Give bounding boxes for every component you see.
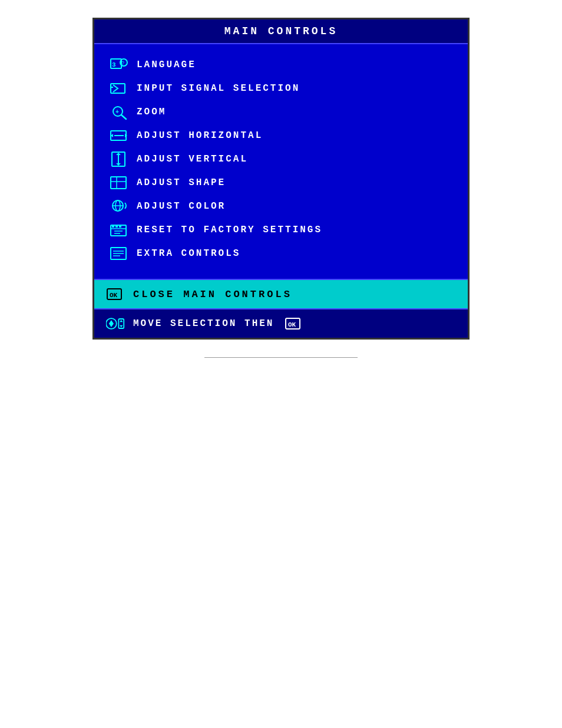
svg-rect-25 [119,226,121,228]
menu-item-adjust-color[interactable]: ADJUST COLOR [106,196,456,216]
language-icon: 3 ? [110,57,128,73]
input-signal-label: INPUT SIGNAL SELECTION [137,83,300,94]
zoom-label: ZOOM [137,107,166,117]
svg-text:3: 3 [112,61,116,68]
menu-item-reset-factory[interactable]: RESET TO FACTORY SETTINGS [106,220,456,240]
adjust-vertical-icon [110,151,128,167]
menu-item-zoom[interactable]: + ZOOM [106,102,456,122]
svg-text:?: ? [121,61,124,67]
extra-controls-icon [110,245,128,262]
panel-title: MAIN CONTROLS [224,25,338,37]
menu-item-adjust-shape[interactable]: ADJUST SHAPE [106,173,456,193]
move-selection-icon [106,315,125,332]
bottom-divider [204,357,358,358]
svg-rect-23 [112,226,114,228]
svg-text:OK: OK [110,292,118,299]
title-bar: MAIN CONTROLS [94,19,468,44]
ok-instruction-icon: OK [285,315,303,332]
adjust-shape-label: ADJUST SHAPE [137,177,226,188]
close-label: CLOSE MAIN CONTROLS [133,289,292,300]
svg-rect-24 [115,226,118,228]
adjust-vertical-label: ADJUST VERTICAL [137,154,248,164]
menu-item-adjust-horizontal[interactable]: ADJUST HORIZONTAL [106,126,456,146]
monitor-panel: MAIN CONTROLS 3 ? LANGUAGE [92,18,470,340]
svg-text:OK: OK [288,321,296,328]
adjust-horizontal-icon [110,127,128,144]
menu-item-language[interactable]: 3 ? LANGUAGE [106,55,456,75]
adjust-shape-icon [110,174,128,191]
menu-area: 3 ? LANGUAGE INPUT SIGNAL SELECTION [94,44,468,274]
extra-controls-label: EXTRA CONTROLS [137,248,240,259]
instruction-row: MOVE SELECTION THEN OK [94,308,468,338]
language-label: LANGUAGE [137,60,196,70]
svg-rect-13 [111,177,126,189]
svg-text:+: + [115,109,119,116]
adjust-color-icon [110,198,128,215]
instruction-label: MOVE SELECTION THEN [133,318,274,329]
reset-factory-icon [110,222,128,238]
adjust-horizontal-label: ADJUST HORIZONTAL [137,130,263,141]
ok-close-icon: OK [106,286,125,302]
adjust-color-label: ADJUST COLOR [137,201,226,212]
menu-item-adjust-vertical[interactable]: ADJUST VERTICAL [106,149,456,169]
svg-line-7 [121,115,126,119]
zoom-icon: + [110,104,128,120]
reset-factory-label: RESET TO FACTORY SETTINGS [137,225,322,235]
menu-item-extra-controls[interactable]: EXTRA CONTROLS [106,243,456,263]
menu-item-input-signal[interactable]: INPUT SIGNAL SELECTION [106,78,456,98]
close-main-controls-button[interactable]: OK CLOSE MAIN CONTROLS [94,280,468,308]
input-signal-icon [110,80,128,97]
